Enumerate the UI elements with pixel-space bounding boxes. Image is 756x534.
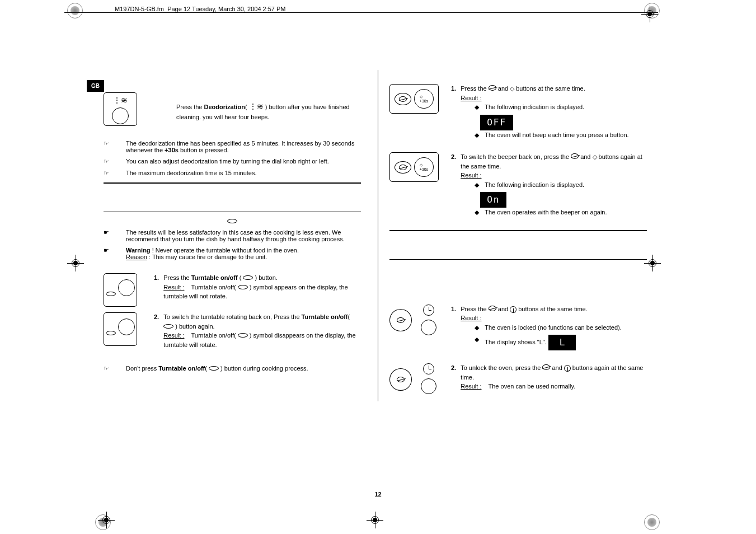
stop-and-dial-diagram: ◇+30s — [389, 84, 439, 114]
stop-cancel-icon — [489, 306, 496, 311]
right-column: ◇+30s 1. Press the and ◇ buttons at the … — [378, 70, 647, 401]
step-1: 1. Press the Turntable on/off ( ) button… — [154, 273, 361, 301]
turntable-icon — [243, 275, 253, 280]
step-2: 2. To switch the beeper back on, press t… — [451, 152, 647, 220]
display-indication: OFF — [480, 115, 513, 130]
note-bullet-icon: ☞ — [104, 170, 115, 177]
turntable-icon — [209, 366, 219, 371]
display-indication: L — [548, 335, 576, 350]
filename: M197DN-5-GB.fm — [115, 6, 164, 12]
dial-icon: ◇+30s — [414, 89, 434, 109]
deodorization-icon: ⋮≋ — [249, 101, 264, 113]
page-number: 12 — [374, 491, 381, 498]
turntable-button-diagram — [104, 312, 137, 346]
deodorization-instruction: Press the Deodorization( ⋮≋ ) button aft… — [154, 92, 361, 122]
stop-cancel-icon — [489, 85, 496, 91]
clock-icon — [423, 363, 434, 374]
dial-icon: ◇+30s — [414, 157, 434, 177]
note-bullet-icon: ☞ — [104, 365, 115, 372]
stop-cancel-icon — [397, 317, 405, 323]
step-2: 2. To switch the turntable rotating back… — [154, 312, 361, 349]
stop-cancel-icon — [571, 153, 579, 159]
stop-and-clock-diagram — [389, 305, 443, 336]
stop-cancel-icon — [397, 377, 405, 382]
stop-cancel-icon — [399, 165, 407, 170]
turntable-icon — [106, 292, 116, 296]
note: ☞ The deodorization time has been specif… — [104, 140, 361, 153]
turntable-icon — [238, 285, 248, 289]
display-indication: On — [480, 192, 506, 208]
stop-and-dial-diagram: ◇+30s — [389, 152, 439, 182]
note: ☞ You can also adjust deodorization time… — [104, 158, 361, 165]
pageinfo: Page 12 Tuesday, March 30, 2004 2:57 PM — [167, 6, 285, 12]
note-bullet-icon: ☞ — [104, 158, 115, 165]
clock-icon — [564, 365, 571, 372]
dial-glyph: ◇ — [510, 85, 514, 92]
turntable-icon — [227, 219, 237, 223]
clock-icon — [510, 306, 516, 313]
page-header: M197DN-5-GB.fm Page 12 Tuesday, March 30… — [112, 6, 289, 12]
footnote: ☞ Don't press Turntable on/off( ) button… — [104, 365, 361, 372]
tip: ☛ Warning ! Never operate the turntable … — [104, 247, 361, 260]
step-2: 2. To unlock the oven, press the and but… — [451, 363, 647, 391]
tip: ☛ The results will be less satisfactory … — [104, 229, 361, 242]
deodorization-button-diagram: ⋮≋ — [104, 92, 137, 126]
hand-icon: ☛ — [104, 229, 115, 236]
note: ☞ The maximum deodorization time is 15 m… — [104, 170, 361, 177]
note-bullet-icon: ☞ — [104, 140, 115, 147]
stop-cancel-icon — [542, 364, 550, 370]
deodorization-icon: ⋮≋ — [113, 96, 128, 105]
step-1: 1. Press the and ◇ buttons at the same t… — [451, 84, 647, 142]
turntable-icon — [238, 333, 248, 338]
dial-glyph: ◇ — [593, 153, 597, 160]
clock-icon — [423, 305, 434, 316]
stop-cancel-icon — [399, 96, 407, 102]
language-tab: GB — [87, 80, 104, 92]
turntable-icon — [163, 324, 173, 329]
turntable-icon — [106, 331, 116, 335]
turntable-button-diagram — [104, 273, 137, 307]
stop-and-clock-diagram — [389, 363, 443, 395]
left-column: ⋮≋ Press the Deodorization( ⋮≋ ) button … — [104, 70, 361, 401]
step-1: 1. Press the and buttons at the same tim… — [451, 305, 647, 354]
hand-icon: ☛ — [104, 247, 115, 254]
